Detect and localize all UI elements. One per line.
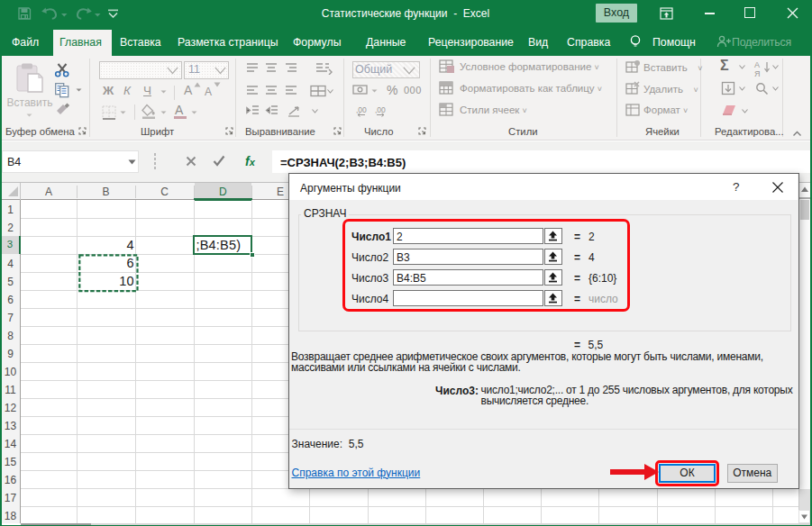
svg-text:,00: ,00 — [356, 105, 367, 114]
svg-text:,00: ,00 — [375, 105, 386, 114]
